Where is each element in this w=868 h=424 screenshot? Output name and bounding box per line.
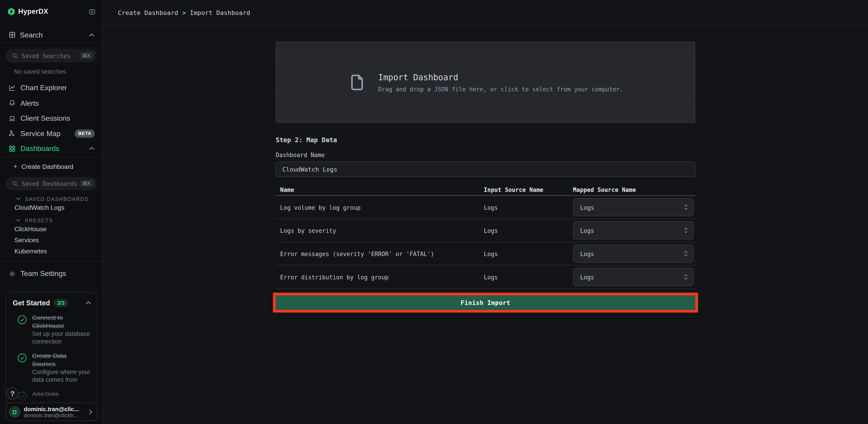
mapped-source-select[interactable]: Logs: [573, 221, 694, 239]
column-header-mapped-source: Mapped Source Name: [570, 186, 695, 193]
no-saved-searches-note: No saved searches: [14, 68, 102, 74]
breadcrumb-separator: >: [182, 9, 186, 16]
sidebar-item-alerts[interactable]: Alerts: [0, 95, 102, 110]
dashboards-icon: [8, 145, 17, 153]
presets-section-header[interactable]: PRESETS: [16, 217, 102, 223]
sidebar: HyperDX Search: [0, 0, 103, 424]
search-icon: [11, 180, 18, 187]
gear-icon: [8, 270, 17, 277]
select-chevrons-icon: [684, 250, 688, 257]
team-settings-label: Team Settings: [21, 269, 66, 278]
nav-label: Service Map: [21, 129, 61, 138]
chevron-right-icon: [89, 409, 93, 415]
dropzone-title: Import Dashboard: [378, 72, 623, 82]
plus-icon: +: [13, 163, 18, 170]
saved-dashboards-section-header[interactable]: SAVED DASHBOARDS: [16, 196, 102, 202]
selected-source-value: Logs: [580, 273, 684, 280]
saved-searches-search[interactable]: ⌘K: [5, 48, 97, 62]
saved-searches-input[interactable]: [22, 52, 79, 59]
dashboard-name-label: Dashboard Name: [276, 152, 695, 158]
breadcrumb: Create Dashboard>Import Dashboard: [118, 9, 250, 16]
get-started-progress-badge: 3/3: [54, 299, 68, 307]
sidebar-item-client-sessions[interactable]: Client Sessions: [0, 111, 102, 126]
mapped-source-select[interactable]: Logs: [573, 244, 694, 263]
dropzone-subtitle: Drag and drop a JSON file here, or click…: [378, 86, 623, 92]
chevron-up-icon[interactable]: [89, 147, 95, 151]
mapping-table: Name Input Source Name Mapped Source Nam…: [276, 184, 695, 289]
sidebar-item-team-settings[interactable]: Team Settings: [0, 266, 102, 282]
sidebar-preset-item[interactable]: ClickHouse: [0, 223, 102, 234]
sidebar-item-search[interactable]: Search: [0, 27, 102, 43]
help-button[interactable]: ?: [6, 387, 19, 400]
select-chevrons-icon: [684, 204, 688, 211]
sidebar-item-dashboards[interactable]: Dashboards: [0, 141, 102, 156]
sidebar-item-chart-explorer[interactable]: Chart Explorer: [0, 80, 102, 95]
sidebar-preset-item[interactable]: Services: [0, 234, 102, 246]
create-dashboard-button[interactable]: + Create Dashboard: [0, 159, 102, 173]
topbar: Create Dashboard>Import Dashboard: [103, 0, 868, 26]
get-started-item-connect[interactable]: Connect to ClickHouse Set up your databa…: [13, 314, 91, 346]
sidebar-nav: Chart Explorer Alerts Client Sessions: [0, 80, 102, 156]
sidebar-preset-item[interactable]: Kubernetes: [0, 246, 102, 257]
user-menu[interactable]: D dominic.tran@clic... dominic.tran@clic…: [5, 403, 97, 421]
column-header-name: Name: [276, 186, 484, 193]
chevron-up-icon[interactable]: [89, 33, 95, 37]
saved-dashboards-input[interactable]: [22, 180, 79, 187]
divider: [0, 261, 102, 261]
beta-badge: BETA: [75, 130, 95, 137]
finish-import-button[interactable]: Finish Import: [276, 295, 695, 310]
mapped-source-select[interactable]: Logs: [573, 268, 694, 286]
main-content: Import Dashboard Drag and drop a JSON fi…: [103, 27, 868, 424]
get-started-item-title: Connect to ClickHouse: [32, 314, 91, 330]
service-map-icon: [8, 130, 17, 137]
row-chart-name: Error messages (severity 'ERROR' or 'FAT…: [276, 251, 484, 257]
hyperdx-app: HyperDX Search: [0, 0, 868, 424]
select-chevrons-icon: [684, 273, 688, 281]
app-title: HyperDX: [18, 8, 49, 15]
row-chart-name: Log volume by log group: [276, 204, 484, 210]
mapped-source-select[interactable]: Logs: [573, 198, 694, 216]
table-body: Log volume by log group Logs Logs: [276, 196, 695, 289]
selected-source-value: Logs: [580, 251, 684, 257]
create-dashboard-label: Create Dashboard: [21, 163, 73, 169]
get-started-item-subtitle: Configure where your data comes from: [32, 369, 91, 384]
question-mark-icon: ?: [10, 389, 14, 398]
check-circle-icon: [17, 353, 27, 363]
column-header-input-source: Input Source Name: [484, 186, 569, 193]
chevron-down-icon: [16, 197, 21, 200]
divider: [0, 42, 102, 43]
saved-dashboards-search[interactable]: ⌘K: [5, 177, 97, 190]
get-started-item-title: Create Data Sources: [32, 352, 91, 368]
sidebar-collapse-icon[interactable]: [89, 8, 96, 15]
import-dropzone[interactable]: Import Dashboard Drag and drop a JSON fi…: [276, 41, 695, 123]
selected-source-value: Logs: [580, 204, 684, 210]
nav-label: Dashboards: [21, 144, 60, 153]
get-started-title: Get Started: [13, 299, 50, 307]
file-icon: [348, 73, 367, 92]
chart-explorer-icon: [8, 84, 17, 92]
divider: [0, 156, 102, 157]
nav-label: Chart Explorer: [21, 84, 67, 92]
row-input-source: Logs: [484, 204, 569, 210]
breadcrumb-create-dashboard[interactable]: Create Dashboard: [118, 9, 178, 16]
table-row: Logs by severity Logs Logs: [276, 219, 695, 242]
nav-label: Alerts: [21, 99, 39, 107]
get-started-item-add-data[interactable]: Add Data Start sending logs, metrics, or…: [13, 390, 91, 403]
user-email: dominic.tran@clickh...: [24, 412, 79, 418]
laptop-icon: [8, 115, 17, 122]
chevron-up-icon[interactable]: [85, 301, 91, 305]
table-row: Log volume by log group Logs Logs: [276, 196, 695, 219]
dashboard-name-input[interactable]: [276, 162, 695, 177]
get-started-panel: Get Started 3/3 Connect to ClickHouse Se…: [5, 292, 97, 403]
select-chevrons-icon: [684, 227, 688, 234]
table-row: Error distribution by log group Logs Log…: [276, 266, 695, 289]
row-chart-name: Logs by severity: [276, 227, 484, 234]
annotation-highlight-box: Finish Import: [273, 293, 698, 313]
get-started-item-sources[interactable]: Create Data Sources Configure where your…: [13, 352, 91, 384]
sidebar-saved-dashboard-item[interactable]: CloudWatch Logs: [0, 202, 102, 213]
cmd-k-shortcut: ⌘K: [79, 180, 93, 187]
section-title: SAVED DASHBOARDS: [25, 196, 89, 202]
get-started-item-subtitle: Set up your database connection: [32, 330, 91, 345]
sidebar-item-service-map[interactable]: Service Map BETA: [0, 126, 102, 141]
avatar: D: [9, 406, 20, 418]
